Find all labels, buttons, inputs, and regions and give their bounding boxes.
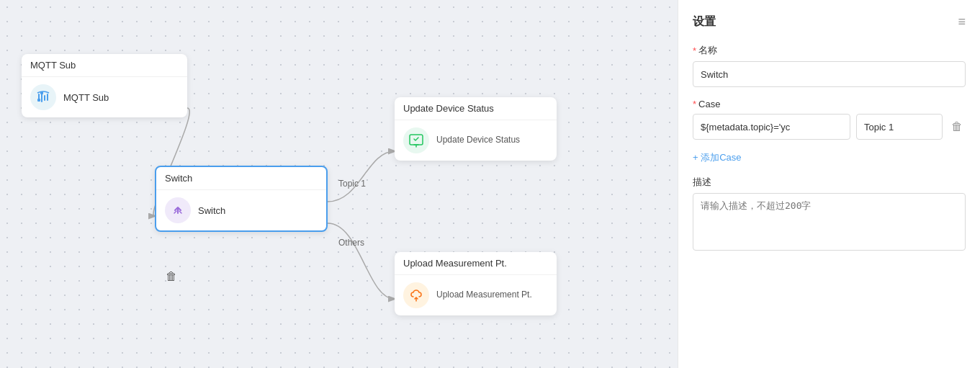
mqtt-node-label: MQTT Sub (63, 92, 109, 103)
update-icon (403, 127, 429, 153)
switch-delete-button[interactable]: 🗑 (166, 270, 177, 283)
add-case-button[interactable]: + 添加Case (693, 151, 742, 164)
upload-measurement-node[interactable]: Upload Measurement Pt. Upload Measuremen… (395, 252, 557, 315)
others-label: Others (338, 238, 364, 248)
svg-rect-1 (37, 99, 40, 102)
switch-icon (165, 197, 191, 223)
upload-measurement-node-header: Upload Measurement Pt. (395, 252, 557, 275)
panel-menu-icon[interactable]: ≡ (958, 14, 966, 30)
upload-measurement-node-label: Upload Measurement Pt. (436, 290, 532, 301)
switch-node[interactable]: Switch Switch (155, 166, 328, 232)
update-device-node[interactable]: Update Device Status Update Device Statu… (395, 97, 557, 161)
mqtt-icon (30, 84, 56, 110)
switch-node-header: Switch (156, 167, 326, 190)
name-label: * 名称 (693, 44, 966, 57)
settings-panel: 设置 ≡ * 名称 * Case 🗑 + 添加Case 描述 (678, 0, 980, 368)
switch-node-label: Switch (198, 205, 225, 216)
case-required-star: * (693, 99, 696, 109)
case-condition-input[interactable] (693, 114, 850, 140)
case-field-group: * Case 🗑 (693, 99, 966, 140)
description-textarea[interactable] (693, 193, 966, 251)
mqtt-node-header: MQTT Sub (22, 54, 187, 77)
update-device-node-label: Update Device Status (436, 135, 520, 146)
panel-title: 设置 (693, 14, 716, 30)
description-field-group: 描述 (693, 176, 966, 253)
description-label: 描述 (693, 176, 966, 189)
name-required-star: * (693, 45, 696, 56)
mqtt-node[interactable]: MQTT Sub MQTT Sub (22, 54, 187, 117)
upload-icon (403, 282, 429, 308)
topic1-label: Topic 1 (338, 179, 366, 189)
name-input[interactable] (693, 61, 966, 87)
case-label: * Case (693, 99, 966, 109)
update-device-node-header: Update Device Status (395, 97, 557, 120)
name-field-group: * 名称 (693, 44, 966, 87)
case-delete-button[interactable]: 🗑 (948, 117, 966, 136)
panel-header: 设置 ≡ (693, 14, 966, 30)
case-name-input[interactable] (856, 114, 943, 140)
flow-canvas[interactable]: Topic 1 Others MQTT Sub MQTT Sub Switch (0, 0, 678, 368)
case-row: 🗑 (693, 114, 966, 140)
